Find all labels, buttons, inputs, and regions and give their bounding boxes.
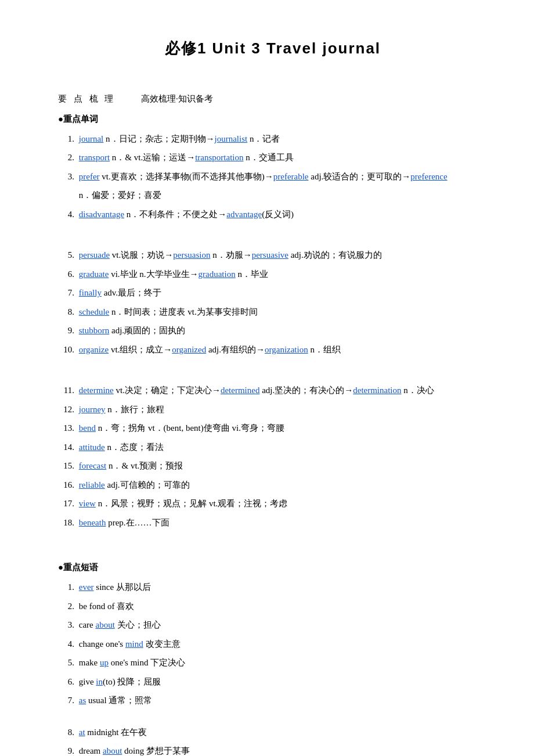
vocab-link-determined[interactable]: determined: [221, 386, 259, 395]
vocab-link-determine[interactable]: determine: [79, 386, 114, 395]
vocab-item-1: 1. journal n．日记；杂志；定期刊物→journalist n．记者: [58, 131, 488, 147]
vocab-link-prefer[interactable]: prefer: [79, 172, 100, 181]
vocab-item-14: 14. attitude n．态度；看法: [58, 439, 488, 456]
page-title: 必修1 Unit 3 Travel journal: [58, 35, 488, 62]
phrase-item-8: 8. at midnight 在午夜: [58, 724, 488, 741]
vocab-item-6: 6. graduate vi.毕业 n.大学毕业生→graduation n．毕…: [58, 266, 488, 283]
phrase-link-about-1[interactable]: about: [95, 620, 114, 629]
vocab-list-group1: 1. journal n．日记；杂志；定期刊物→journalist n．记者 …: [58, 131, 488, 223]
vocab-link-stubborn[interactable]: stubborn: [79, 326, 110, 335]
vocab-item-17: 17. view n．风景；视野；观点；见解 vt.观看；注视；考虑: [58, 495, 488, 512]
vocab-item-3-cont: n．偏爱；爱好；喜爱: [58, 187, 488, 204]
vocab-link-forecast[interactable]: forecast: [79, 461, 106, 470]
phrases-list-group2: 8. at midnight 在午夜 9. dream about doing …: [58, 724, 488, 756]
vocab-item-11: 11. determine vt.决定；确定；下定决心→determined a…: [58, 382, 488, 399]
vocab-link-graduation[interactable]: graduation: [199, 269, 236, 279]
vocab-link-attitude[interactable]: attitude: [79, 442, 105, 452]
vocab-link-reliable[interactable]: reliable: [79, 480, 105, 489]
vocab-item-7: 7. finally adv.最后；终于: [58, 285, 488, 301]
vocab-link-schedule[interactable]: schedule: [79, 307, 109, 316]
phrase-link-mind[interactable]: mind: [125, 639, 143, 649]
phrase-item-4: 4. change one's mind 改变主意: [58, 636, 488, 653]
vocab-link-beneath[interactable]: beneath: [79, 518, 106, 527]
phrase-link-ever[interactable]: ever: [79, 582, 94, 592]
vocab-item-2: 2. transport n．& vt.运输；运送→transportation…: [58, 149, 488, 166]
vocab-title: ●重点单词: [58, 111, 488, 127]
phrase-item-7: 7. as usual 通常；照常: [58, 692, 488, 709]
vocab-link-finally[interactable]: finally: [79, 288, 102, 297]
vocab-link-persuasive[interactable]: persuasive: [252, 250, 288, 260]
vocab-link-organization[interactable]: organization: [265, 345, 308, 354]
section-header: 要 点 梳 理 高效梳理·知识备考: [58, 91, 488, 107]
vocab-link-transport[interactable]: transport: [79, 153, 110, 162]
vocab-link-determination[interactable]: determination: [353, 386, 401, 395]
vocab-link-advantage[interactable]: advantage: [226, 210, 262, 219]
vocab-item-3: 3. prefer vt.更喜欢；选择某事物(而不选择其他事物)→prefera…: [58, 168, 488, 185]
vocab-link-journal[interactable]: journal: [79, 134, 104, 143]
vocab-link-transportation[interactable]: transportation: [195, 153, 243, 162]
phrase-item-6: 6. give in(to) 投降；屈服: [58, 674, 488, 690]
vocab-item-18: 18. beneath prep.在……下面: [58, 514, 488, 531]
vocab-item-4: 4. disadvantage n．不利条件；不便之处→advantage(反义…: [58, 206, 488, 223]
vocab-link-journey[interactable]: journey: [79, 405, 106, 414]
vocab-item-5: 5. persuade vt.说服；劝说→persuasion n．劝服→per…: [58, 247, 488, 264]
vocab-link-persuasion[interactable]: persuasion: [173, 250, 210, 260]
vocab-link-preference[interactable]: preference: [410, 172, 447, 181]
phrase-item-3: 3. care about 关心；担心: [58, 617, 488, 633]
vocab-link-disadvantage[interactable]: disadvantage: [79, 210, 124, 219]
phrase-link-at[interactable]: at: [79, 728, 85, 737]
vocab-link-bend[interactable]: bend: [79, 423, 96, 433]
phrase-link-about-2[interactable]: about: [103, 746, 122, 755]
phrase-item-2: 2. be fond of 喜欢: [58, 598, 488, 615]
vocab-item-12: 12. journey n．旅行；旅程: [58, 401, 488, 418]
vocab-item-8: 8. schedule n．时间表；进度表 vt.为某事安排时间: [58, 304, 488, 321]
vocab-link-preferable[interactable]: preferable: [273, 172, 309, 181]
vocab-link-persuade[interactable]: persuade: [79, 250, 110, 260]
section-header-label: 要 点 梳 理: [58, 94, 116, 103]
phrase-item-5: 5. make up one's mind 下定决心: [58, 654, 488, 671]
vocab-list-group3: 11. determine vt.决定；确定；下定决心→determined a…: [58, 382, 488, 531]
vocab-item-10: 10. organize vt.组织；成立→organized adj.有组织的…: [58, 341, 488, 358]
phrases-list-group1: 1. ever since 从那以后 2. be fond of 喜欢 3. c…: [58, 579, 488, 709]
phrase-item-9: 9. dream about doing 梦想于某事: [58, 743, 488, 756]
phrase-link-in[interactable]: in: [96, 677, 103, 686]
vocab-link-graduate[interactable]: graduate: [79, 269, 109, 279]
vocab-item-13: 13. bend n．弯；拐角 vt．(bent, bent)使弯曲 vi.弯身…: [58, 420, 488, 437]
vocab-list-group2: 5. persuade vt.说服；劝说→persuasion n．劝服→per…: [58, 247, 488, 358]
phrase-item-1: 1. ever since 从那以后: [58, 579, 488, 596]
vocab-link-view[interactable]: view: [79, 499, 96, 508]
vocab-item-9: 9. stubborn adj.顽固的；固执的: [58, 322, 488, 339]
vocab-item-16: 16. reliable adj.可信赖的；可靠的: [58, 477, 488, 494]
vocab-link-organize[interactable]: organize: [79, 345, 109, 354]
phrase-link-as[interactable]: as: [79, 696, 86, 705]
vocab-item-15: 15. forecast n．& vt.预测；预报: [58, 458, 488, 474]
section-header-sub: 高效梳理·知识备考: [141, 94, 213, 103]
phrase-link-up[interactable]: up: [100, 658, 109, 667]
vocab-link-journalist[interactable]: journalist: [215, 134, 248, 143]
vocab-link-organized[interactable]: organized: [172, 345, 206, 354]
phrases-title: ●重点短语: [58, 560, 488, 575]
